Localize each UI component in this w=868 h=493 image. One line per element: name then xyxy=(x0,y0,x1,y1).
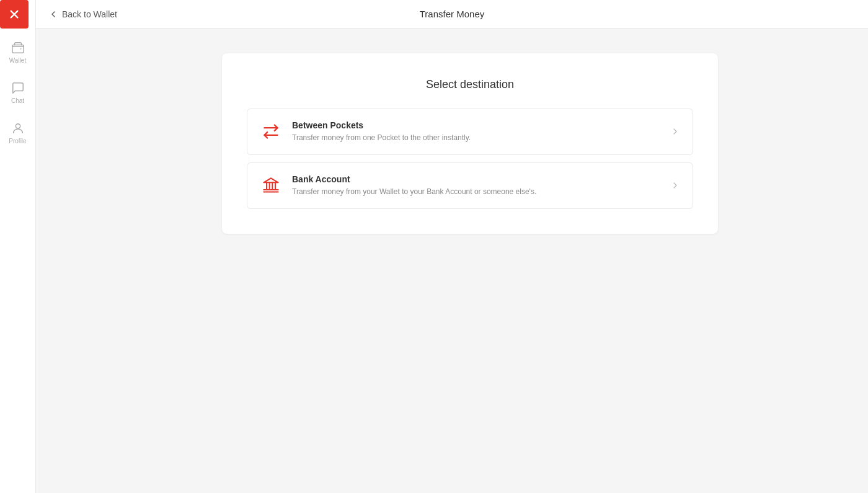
between-pockets-icon-container xyxy=(260,120,282,143)
bank-account-option[interactable]: Bank Account Transfer money from your Wa… xyxy=(247,162,693,209)
between-pockets-desc: Transfer money from one Pocket to the ot… xyxy=(292,133,660,143)
profile-icon xyxy=(11,122,25,135)
header: Back to Wallet Transfer Money xyxy=(36,0,868,29)
bank-icon xyxy=(262,177,280,194)
between-pockets-option[interactable]: Between Pockets Transfer money from one … xyxy=(247,109,693,155)
bank-account-text: Bank Account Transfer money from your Wa… xyxy=(292,174,660,197)
chevron-right-icon-2 xyxy=(670,180,680,190)
card-title: Select destination xyxy=(247,78,693,91)
back-label: Back to Wallet xyxy=(62,9,117,19)
sidebar-wallet-label: Wallet xyxy=(9,57,26,64)
svg-rect-2 xyxy=(12,45,23,53)
bank-account-chevron xyxy=(670,180,680,190)
sidebar-item-chat[interactable]: Chat xyxy=(0,75,35,110)
close-button[interactable] xyxy=(0,0,29,29)
between-pockets-chevron xyxy=(670,127,680,136)
destination-card: Select destination Between Pockets Trans… xyxy=(222,53,718,234)
sidebar: Wallet Chat Profile xyxy=(0,0,36,493)
sidebar-chat-label: Chat xyxy=(11,97,24,104)
sidebar-profile-label: Profile xyxy=(9,138,26,144)
sidebar-item-wallet[interactable]: Wallet xyxy=(0,35,35,70)
bank-account-desc: Transfer money from your Wallet to your … xyxy=(292,187,660,197)
bank-account-icon-container xyxy=(260,174,282,197)
chat-icon xyxy=(11,81,25,95)
page-title: Transfer Money xyxy=(420,9,484,19)
between-pockets-text: Between Pockets Transfer money from one … xyxy=(292,120,660,143)
main-content: Select destination Between Pockets Trans… xyxy=(72,29,868,493)
wallet-icon xyxy=(11,41,25,55)
bank-account-title: Bank Account xyxy=(292,174,660,184)
back-link[interactable]: Back to Wallet xyxy=(48,9,117,19)
chevron-right-icon xyxy=(670,127,680,136)
svg-point-3 xyxy=(16,124,20,128)
sidebar-item-profile[interactable]: Profile xyxy=(0,115,35,151)
transfer-arrows-icon xyxy=(262,123,280,140)
between-pockets-title: Between Pockets xyxy=(292,120,660,130)
svg-marker-4 xyxy=(264,179,278,183)
chevron-left-icon xyxy=(48,9,58,19)
